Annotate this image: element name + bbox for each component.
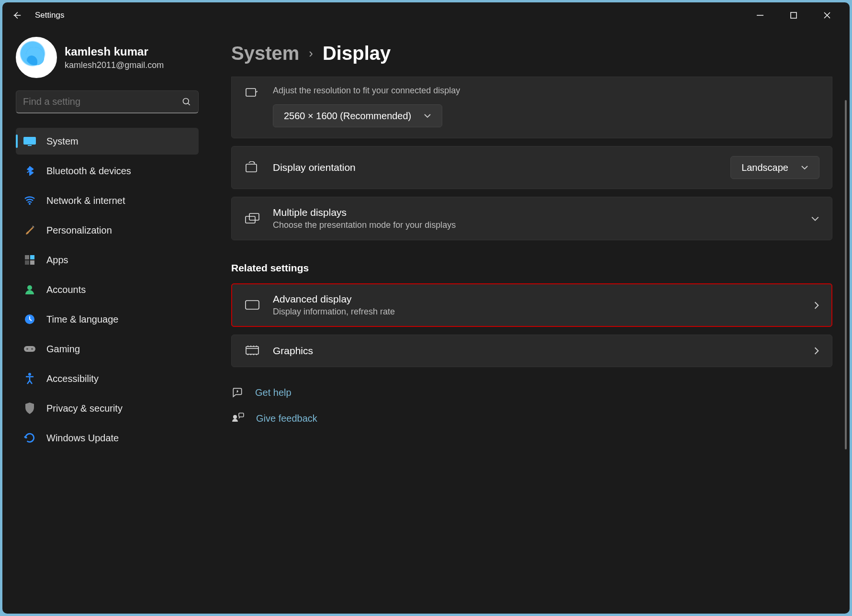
svg-rect-12 [24, 346, 35, 352]
sidebar-item-privacy[interactable]: Privacy & security [16, 395, 199, 422]
gamepad-icon [22, 344, 37, 354]
orientation-value: Landscape [741, 162, 788, 173]
advanced-display-icon [244, 300, 260, 311]
maximize-icon [790, 11, 797, 19]
svg-point-23 [233, 415, 237, 419]
minimize-button[interactable] [754, 9, 766, 22]
bluetooth-icon [22, 165, 37, 177]
svg-rect-4 [28, 145, 32, 146]
sidebar-item-accounts[interactable]: Accounts [16, 276, 199, 303]
advanced-display-title: Advanced display [273, 293, 801, 305]
sidebar-item-label: System [46, 136, 78, 147]
chevron-right-icon [814, 301, 819, 310]
graphics-title: Graphics [273, 345, 801, 357]
get-help-label[interactable]: Get help [255, 387, 291, 398]
svg-rect-20 [246, 301, 259, 309]
svg-rect-17 [246, 164, 257, 172]
sidebar-item-label: Network & internet [46, 195, 125, 206]
svg-rect-24 [239, 413, 244, 417]
sidebar-item-label: Apps [46, 255, 68, 266]
give-feedback-label[interactable]: Give feedback [256, 413, 317, 424]
panel-display-resolution: Adjust the resolution to fit your connec… [231, 77, 832, 138]
sidebar-item-personalization[interactable]: Personalization [16, 217, 199, 244]
close-button[interactable] [821, 9, 833, 22]
svg-rect-9 [30, 260, 34, 265]
sidebar-item-system[interactable]: System [16, 128, 199, 155]
close-icon [823, 11, 831, 19]
breadcrumb-current: Display [323, 43, 391, 64]
svg-rect-18 [246, 216, 255, 223]
chevron-right-icon: › [309, 46, 313, 61]
wifi-icon [22, 196, 37, 205]
search-box[interactable] [16, 90, 199, 113]
svg-point-10 [27, 285, 32, 290]
svg-point-14 [31, 348, 33, 350]
feedback-icon [231, 412, 245, 425]
back-arrow-icon [11, 10, 22, 21]
multiple-displays-icon [244, 213, 260, 225]
svg-rect-8 [25, 260, 29, 265]
svg-rect-19 [249, 213, 259, 220]
shield-icon [22, 402, 37, 414]
minimize-icon [756, 11, 764, 19]
resolution-value: 2560 × 1600 (Recommended) [284, 111, 411, 122]
sidebar-item-time-language[interactable]: Time & language [16, 306, 199, 333]
settings-window: Settings kamlesh kumar kamlesh2011@gmail… [2, 2, 850, 614]
brush-icon [22, 224, 37, 236]
app-title: Settings [35, 11, 64, 20]
maximize-button[interactable] [787, 9, 800, 22]
multiple-displays-subtitle: Choose the presentation mode for your di… [273, 220, 798, 230]
panel-graphics[interactable]: Graphics [231, 335, 832, 367]
sidebar-item-accessibility[interactable]: Accessibility [16, 365, 199, 392]
sidebar-item-apps[interactable]: Apps [16, 246, 199, 273]
sidebar-item-gaming[interactable]: Gaming [16, 336, 199, 362]
sidebar-item-bluetooth[interactable]: Bluetooth & devices [16, 157, 199, 184]
graphics-icon [244, 345, 260, 357]
chevron-down-icon [801, 165, 808, 170]
svg-rect-7 [30, 255, 34, 259]
user-email: kamlesh2011@gmail.com [65, 60, 164, 70]
give-feedback-link[interactable]: Give feedback [231, 412, 832, 425]
panel-display-orientation[interactable]: Display orientation Landscape [231, 146, 832, 189]
avatar [16, 37, 57, 78]
sidebar-item-label: Privacy & security [46, 403, 123, 414]
svg-rect-21 [246, 347, 258, 354]
orientation-dropdown[interactable]: Landscape [730, 156, 819, 179]
accessibility-icon [22, 372, 37, 385]
sidebar-item-network[interactable]: Network & internet [16, 187, 199, 214]
related-settings-heading: Related settings [231, 262, 832, 274]
breadcrumb-parent[interactable]: System [231, 43, 299, 64]
titlebar: Settings [2, 2, 850, 28]
nav: System Bluetooth & devices Network & int… [16, 128, 199, 451]
sidebar-item-windows-update[interactable]: Windows Update [16, 425, 199, 451]
sidebar-item-label: Accounts [46, 284, 86, 295]
search-input[interactable] [23, 96, 182, 107]
panel-advanced-display[interactable]: Advanced display Display information, re… [231, 283, 832, 327]
help-icon [231, 386, 244, 399]
apps-icon [22, 254, 37, 266]
get-help-link[interactable]: Get help [231, 386, 832, 399]
sidebar-item-label: Personalization [46, 225, 112, 236]
chevron-down-icon [424, 113, 431, 118]
user-name: kamlesh kumar [65, 45, 164, 58]
svg-rect-3 [23, 137, 36, 145]
back-button[interactable] [10, 10, 23, 21]
svg-point-15 [28, 373, 31, 376]
chevron-down-icon [811, 216, 819, 222]
display-resolution-icon [244, 88, 260, 100]
chevron-right-icon [814, 347, 819, 355]
orientation-icon [244, 161, 260, 174]
sidebar-item-label: Time & language [46, 314, 118, 325]
user-profile[interactable]: kamlesh kumar kamlesh2011@gmail.com [16, 37, 199, 78]
panel-multiple-displays[interactable]: Multiple displays Choose the presentatio… [231, 197, 832, 240]
person-icon [22, 284, 37, 295]
sidebar-item-label: Bluetooth & devices [46, 166, 131, 177]
resolution-dropdown[interactable]: 2560 × 1600 (Recommended) [273, 104, 442, 127]
search-icon [182, 97, 191, 107]
scrollbar[interactable] [845, 100, 847, 449]
update-icon [22, 432, 37, 444]
resolution-subtitle: Adjust the resolution to fit your connec… [273, 86, 819, 96]
sidebar-item-label: Accessibility [46, 373, 99, 384]
svg-point-13 [26, 348, 28, 350]
svg-point-5 [29, 203, 31, 205]
